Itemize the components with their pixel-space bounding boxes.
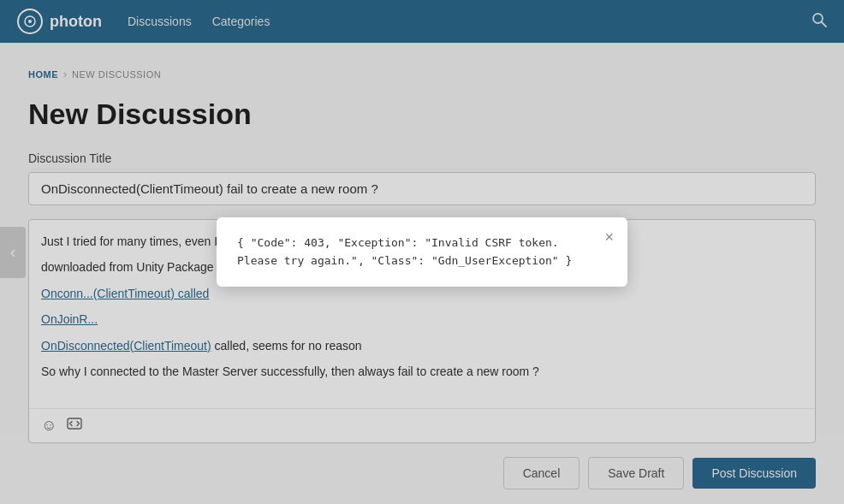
modal-overlay[interactable]: × { "Code": 403, "Exception": "Invalid C… [0,0,844,504]
modal-close-button[interactable]: × [604,229,614,245]
modal-message: { "Code": 403, "Exception": "Invalid CSR… [237,234,607,270]
error-modal: × { "Code": 403, "Exception": "Invalid C… [217,217,627,288]
